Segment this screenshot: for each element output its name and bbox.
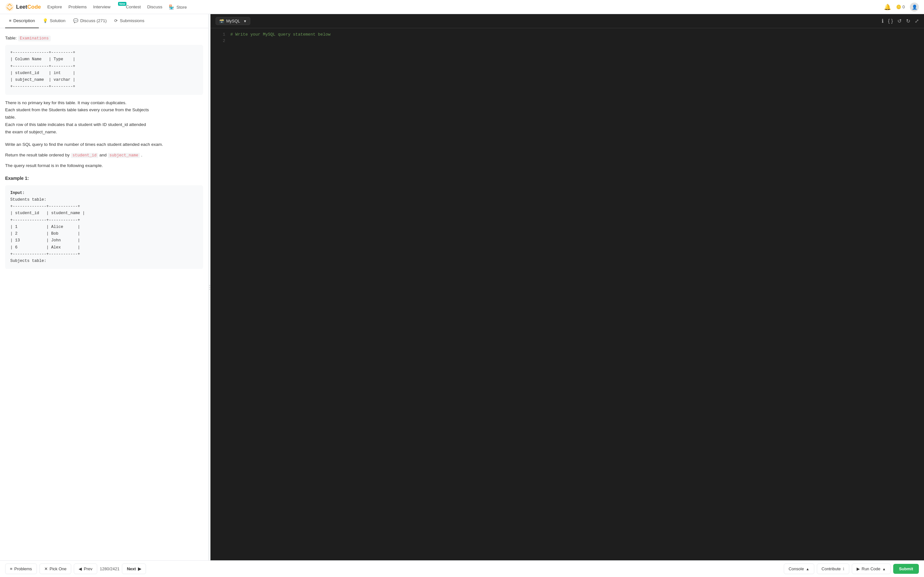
contribute-button[interactable]: Contribute ℹ bbox=[817, 564, 849, 574]
info-button[interactable]: ℹ bbox=[882, 18, 884, 24]
discuss-icon: 💬 bbox=[73, 18, 78, 23]
schema-description: There is no primary key for this table. … bbox=[5, 99, 203, 136]
return-text: Return the result table ordered by stude… bbox=[5, 152, 203, 159]
schema-box: +---------------+---------+ | Column Nam… bbox=[5, 45, 203, 95]
description-icon: ≡ bbox=[9, 18, 11, 23]
editor-toolbar-right: ℹ { } ↺ ↻ ⤢ bbox=[882, 18, 919, 24]
format-text: The query result format is in the follow… bbox=[5, 162, 203, 169]
schema-content: +---------------+---------+ | Column Nam… bbox=[10, 49, 198, 90]
expand-icon: ⤢ bbox=[915, 18, 919, 24]
language-label: MySQL bbox=[226, 19, 240, 23]
line-number-2: 2 bbox=[216, 39, 225, 43]
nav-contest[interactable]: Contest bbox=[126, 5, 141, 9]
navbar: LeetCode Explore Problems Interview New … bbox=[0, 0, 924, 14]
bottom-right: Console ▲ Contribute ℹ ▶ Run Code ▲ Subm… bbox=[784, 564, 919, 574]
language-selector[interactable]: 🗃️ MySQL ▼ bbox=[216, 17, 250, 25]
submit-button[interactable]: Submit bbox=[893, 564, 919, 574]
line-number-1: 1 bbox=[216, 32, 225, 37]
coins-display: 🪙 0 bbox=[896, 5, 905, 9]
play-icon: ▶ bbox=[857, 566, 860, 571]
format-icon: { } bbox=[888, 18, 893, 24]
refresh-icon: ↻ bbox=[906, 18, 910, 24]
example-content: Input: Students table: +--------------+-… bbox=[10, 190, 198, 265]
navigation-group: ◀ Prev 1280/2421 Next ▶ bbox=[74, 564, 145, 574]
student-id-code: student_id bbox=[71, 153, 98, 158]
submissions-icon: ⟳ bbox=[114, 18, 118, 23]
chevron-down-icon: ▼ bbox=[243, 19, 247, 23]
prev-button[interactable]: ◀ Prev bbox=[74, 564, 97, 574]
refresh-button[interactable]: ↻ bbox=[906, 18, 910, 24]
table-name-code: Examinations bbox=[18, 35, 51, 41]
prev-arrow-icon: ◀ bbox=[79, 566, 82, 571]
nav-discuss[interactable]: Discuss bbox=[147, 5, 162, 9]
example-title: Example 1: bbox=[5, 175, 203, 182]
nav-store[interactable]: 🏪 Store bbox=[169, 5, 187, 10]
problem-counter: 1280/2421 bbox=[97, 566, 122, 571]
nav-interview[interactable]: Interview New bbox=[93, 5, 120, 9]
tab-description[interactable]: ≡ Description bbox=[5, 14, 39, 28]
resize-dot-1 bbox=[209, 285, 210, 286]
format-button[interactable]: { } bbox=[888, 18, 893, 24]
code-line-1: 1 # Write your MySQL query statement bel… bbox=[210, 32, 924, 39]
nav-explore[interactable]: Explore bbox=[47, 5, 62, 9]
next-button[interactable]: Next ▶ bbox=[122, 564, 145, 574]
tabs: ≡ Description 💡 Solution 💬 Discuss (271)… bbox=[0, 14, 208, 28]
right-panel: 🗃️ MySQL ▼ ℹ { } ↺ ↻ ⤢ bbox=[210, 14, 924, 560]
table-label: Table: Examinations bbox=[5, 35, 203, 42]
list-icon: ≡ bbox=[10, 566, 13, 571]
restore-icon: ↺ bbox=[897, 18, 901, 24]
solution-icon: 💡 bbox=[43, 18, 48, 23]
pick-one-button[interactable]: ✕ Pick One bbox=[39, 564, 71, 574]
coin-icon: 🪙 bbox=[896, 5, 901, 9]
main-container: ≡ Description 💡 Solution 💬 Discuss (271)… bbox=[0, 14, 924, 560]
left-panel: ≡ Description 💡 Solution 💬 Discuss (271)… bbox=[0, 14, 208, 560]
dice-icon: ✕ bbox=[44, 566, 48, 571]
query-section: Write an SQL query to find the number of… bbox=[5, 141, 203, 169]
resize-dot-3 bbox=[209, 289, 210, 290]
contribute-info-icon: ℹ bbox=[843, 567, 845, 571]
run-chevron-icon: ▲ bbox=[882, 567, 886, 571]
description-content: Table: Examinations +---------------+---… bbox=[0, 28, 208, 560]
bottom-bar: ≡ Problems ✕ Pick One ◀ Prev 1280/2421 N… bbox=[0, 560, 924, 577]
tab-submissions[interactable]: ⟳ Submissions bbox=[110, 14, 148, 28]
nav-problems[interactable]: Problems bbox=[68, 5, 87, 9]
avatar[interactable]: 👤 bbox=[910, 3, 919, 11]
db-icon: 🗃️ bbox=[219, 19, 224, 23]
nav-right: 🔔 🪙 0 👤 bbox=[884, 3, 919, 11]
tab-solution[interactable]: 💡 Solution bbox=[39, 14, 69, 28]
interview-badge: New bbox=[118, 2, 127, 6]
bell-icon: 🔔 bbox=[884, 3, 891, 11]
restore-button[interactable]: ↺ bbox=[897, 18, 901, 24]
next-arrow-icon: ▶ bbox=[138, 566, 141, 571]
code-editor[interactable]: 1 # Write your MySQL query statement bel… bbox=[210, 28, 924, 560]
resize-dot-2 bbox=[209, 287, 210, 288]
example-box: Input: Students table: +--------------+-… bbox=[5, 185, 203, 269]
nav-links: Explore Problems Interview New Contest D… bbox=[47, 5, 187, 10]
notifications-button[interactable]: 🔔 bbox=[884, 3, 891, 11]
logo[interactable]: LeetCode bbox=[5, 3, 41, 11]
line-content-1: # Write your MySQL query statement below bbox=[230, 32, 330, 37]
store-icon: 🏪 bbox=[169, 5, 174, 10]
editor-toolbar: 🗃️ MySQL ▼ ℹ { } ↺ ↻ ⤢ bbox=[210, 14, 924, 28]
tab-discuss[interactable]: 💬 Discuss (271) bbox=[69, 14, 111, 28]
console-chevron-icon: ▲ bbox=[806, 567, 809, 571]
run-code-button[interactable]: ▶ Run Code ▲ bbox=[852, 564, 891, 574]
info-icon: ℹ bbox=[882, 18, 884, 24]
logo-text: LeetCode bbox=[16, 4, 41, 10]
avatar-icon: 👤 bbox=[912, 5, 917, 10]
code-line-2: 2 bbox=[210, 39, 924, 45]
subject-name-code: subject_name bbox=[108, 153, 140, 158]
query-text: Write an SQL query to find the number of… bbox=[5, 141, 203, 148]
expand-button[interactable]: ⤢ bbox=[915, 18, 919, 24]
problems-button[interactable]: ≡ Problems bbox=[5, 564, 37, 574]
console-button[interactable]: Console ▲ bbox=[784, 564, 814, 574]
